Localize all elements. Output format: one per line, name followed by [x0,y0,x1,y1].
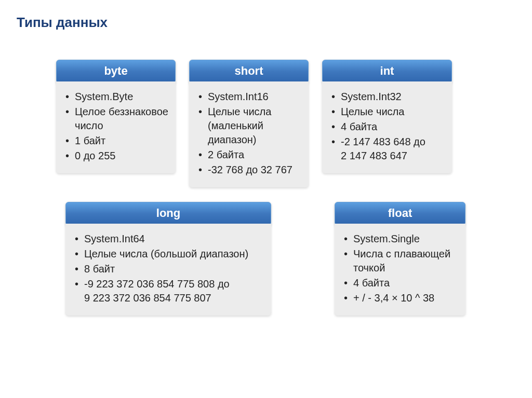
card-byte-header: byte [56,60,176,84]
card-row-2: long System.Int64 Целые числа (большой д… [0,187,532,315]
list-item: -2 147 483 648 до 2 147 483 647 [329,135,445,163]
list-item: System.Byte [63,90,168,104]
card-long-header: long [65,202,271,226]
card-float-body: System.Single Числа с плавающей точкой 4… [335,224,466,315]
card-int-header: int [322,60,452,84]
card-int-body: System.Int32 Целые числа 4 байта -2 147 … [322,81,452,173]
range-line2: 9 223 372 036 854 775 807 [84,291,264,305]
list-item: System.Int32 [329,90,445,104]
card-short-header: short [189,60,309,84]
card-float: float System.Single Числа с плавающей то… [335,202,466,315]
card-int: int System.Int32 Целые числа 4 байта -2 … [322,60,452,187]
list-item: 1 байт [63,134,168,148]
card-row-1: byte System.Byte Целое беззнаковое число… [0,31,532,187]
list-item: System.Int64 [73,232,264,246]
card-byte: byte System.Byte Целое беззнаковое число… [56,60,176,187]
range-line1: -9 223 372 036 854 775 808 до [84,278,230,290]
list-item: 4 байта [342,276,458,290]
page-title: Типы данных [0,0,532,31]
list-item: 0 до 255 [63,149,168,163]
list-item: + / - 3,4 × 10 ^ 38 [342,291,458,305]
card-long: long System.Int64 Целые числа (большой д… [65,202,271,315]
list-item: 4 байта [329,120,445,134]
list-item: Целые числа (маленький диапазон) [196,105,301,147]
list-item: Целое беззнаковое число [63,105,168,133]
card-long-body: System.Int64 Целые числа (большой диапаз… [65,224,271,315]
card-short: short System.Int16 Целые числа (маленьки… [189,60,309,187]
list-item: 2 байта [196,148,301,162]
card-float-header: float [335,202,466,226]
list-item: System.Single [342,232,458,246]
list-item: 8 байт [73,262,264,276]
range-line2: 2 147 483 647 [341,149,445,163]
list-item: System.Int16 [196,90,301,104]
list-item: -9 223 372 036 854 775 808 до 9 223 372 … [73,277,264,305]
list-item: Числа с плавающей точкой [342,247,458,275]
card-byte-body: System.Byte Целое беззнаковое число 1 ба… [56,81,176,173]
list-item: Целые числа (большой диапазон) [73,247,264,261]
list-item: Целые числа [329,105,445,119]
range-line1: -2 147 483 648 до [341,136,425,147]
list-item: -32 768 до 32 767 [196,163,301,177]
card-short-body: System.Int16 Целые числа (маленький диап… [189,81,309,187]
